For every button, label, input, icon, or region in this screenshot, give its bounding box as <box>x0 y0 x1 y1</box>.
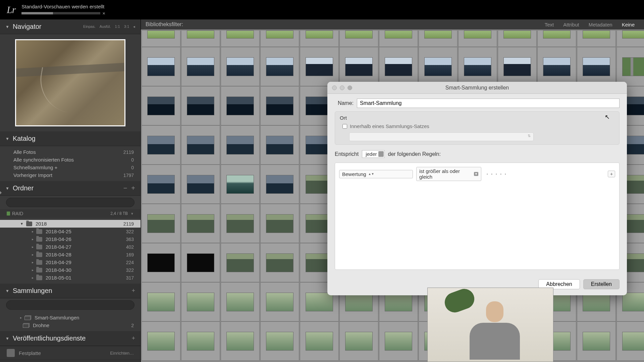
folder-date[interactable]: ▸2018-04-29224 <box>0 258 141 266</box>
thumbnail-cell[interactable] <box>379 47 418 86</box>
navigator-preview[interactable] <box>0 34 141 131</box>
katalog-item[interactable]: Schnellsammlung +0 <box>0 164 141 171</box>
thumbnail-cell[interactable] <box>616 30 644 47</box>
sammlungen-header[interactable]: ▼ Sammlungen + <box>0 284 141 298</box>
thumbnail-cell[interactable] <box>260 165 299 204</box>
thumbnail-cell[interactable] <box>221 86 260 125</box>
thumbnail-cell[interactable] <box>221 125 260 165</box>
navigator-header[interactable]: ▼ Navigator Einpas. Ausfül. 1:1 3:1 ◂ <box>0 19 141 34</box>
thumbnail-cell[interactable] <box>260 86 299 125</box>
katalog-header[interactable]: ▼ Katalog <box>0 131 141 146</box>
thumbnail-cell[interactable] <box>142 125 180 165</box>
thumbnail-cell[interactable] <box>260 243 299 282</box>
thumbnail-cell[interactable] <box>221 30 260 47</box>
ordner-header[interactable]: ▼ Ordner − + <box>0 181 141 196</box>
folder-date[interactable]: ▸2018-04-30322 <box>0 266 141 274</box>
thumbnail-cell[interactable] <box>181 125 220 165</box>
thumbnail-cell[interactable] <box>181 86 220 125</box>
folder-date[interactable]: ▸2018-04-27402 <box>0 243 141 251</box>
thumbnail-cell[interactable] <box>300 30 339 47</box>
navigator-zoom-modes[interactable]: Einpas. Ausfül. 1:1 3:1 ◂ <box>83 24 135 29</box>
add-collection-icon[interactable]: + <box>131 287 135 294</box>
folder-year[interactable]: ▼ 2018 2119 <box>0 220 141 228</box>
thumbnail-cell[interactable] <box>458 30 497 47</box>
name-input[interactable] <box>357 99 620 108</box>
thumbnail-cell[interactable] <box>458 47 497 86</box>
inside-set-checkbox[interactable]: Innerhalb eines Sammlungs-Satzes <box>342 123 614 129</box>
publish-service[interactable]: FestplatteEinrichten… <box>0 346 141 360</box>
filter-text[interactable]: Text <box>540 22 559 27</box>
chevron-down-icon[interactable]: ▼ <box>130 212 134 216</box>
thumbnail-cell[interactable] <box>221 165 260 204</box>
folder-search-input[interactable] <box>6 198 135 207</box>
folder-date[interactable]: ▸2018-04-25322 <box>0 228 141 235</box>
thumbnail-cell[interactable] <box>142 282 180 321</box>
folder-date[interactable]: ▸2018-04-26363 <box>0 235 141 243</box>
thumbnail-cell[interactable] <box>260 282 299 321</box>
thumbnail-cell[interactable] <box>181 47 220 86</box>
folder-date[interactable]: ▸2018-04-28169 <box>0 251 141 258</box>
publish-service[interactable]: Adobe StockEinrichten… <box>0 360 141 362</box>
rating-stars[interactable]: ••••• <box>487 172 506 176</box>
rule-op-select[interactable]: ist größer als oder gleich▼ <box>416 167 481 181</box>
thumbnail-cell[interactable] <box>616 321 644 361</box>
thumbnail-cell[interactable] <box>181 204 220 243</box>
collection-item[interactable]: Drohne2 <box>0 321 141 329</box>
katalog-item[interactable]: Alle synchronisierten Fotos0 <box>0 156 141 164</box>
thumbnail-cell[interactable] <box>142 86 180 125</box>
dialog-titlebar[interactable]: Smart-Sammlung erstellen <box>327 82 627 94</box>
set-select[interactable] <box>349 132 534 141</box>
thumbnail-cell[interactable] <box>221 47 260 86</box>
collection-search-input[interactable] <box>6 300 135 310</box>
thumbnail-cell[interactable] <box>260 321 299 361</box>
thumbnail-cell[interactable] <box>181 282 220 321</box>
thumbnail-cell[interactable] <box>300 321 339 361</box>
publish-header[interactable]: ▼ Veröffentlichungsdienste + <box>0 331 141 346</box>
create-button[interactable]: Erstellen <box>583 279 620 289</box>
thumbnail-cell[interactable] <box>339 30 378 47</box>
add-folder-icon[interactable]: + <box>131 184 135 192</box>
thumbnail-cell[interactable] <box>142 30 180 47</box>
collection-item[interactable]: ▸Smart-Sammlungen <box>0 314 141 321</box>
thumbnail-cell[interactable] <box>142 321 180 361</box>
thumbnail-cell[interactable] <box>260 204 299 243</box>
folder-date[interactable]: ▸2018-05-01317 <box>0 274 141 282</box>
thumbnail-cell[interactable] <box>419 47 458 86</box>
add-rule-button[interactable]: + <box>608 171 615 177</box>
thumbnail-cell[interactable] <box>498 47 537 86</box>
thumbnail-cell[interactable] <box>142 165 180 204</box>
filter-metadaten[interactable]: Metadaten <box>584 22 617 27</box>
thumbnail-cell[interactable] <box>498 30 537 47</box>
match-select[interactable]: jeder <box>362 150 384 158</box>
thumbnail-cell[interactable] <box>142 47 180 86</box>
thumbnail-cell[interactable] <box>379 30 418 47</box>
thumbnail-cell[interactable] <box>221 243 260 282</box>
rule-field-select[interactable]: Bewertung▲▼ <box>339 170 413 178</box>
thumbnail-cell[interactable] <box>577 321 616 361</box>
thumbnail-cell[interactable] <box>379 321 418 361</box>
remove-folder-icon[interactable]: − <box>123 184 127 192</box>
volume-header[interactable]: RAID 2,4 / 8 TB ▼ <box>0 209 141 218</box>
thumbnail-cell[interactable] <box>537 30 576 47</box>
thumbnail-cell[interactable] <box>419 30 458 47</box>
thumbnail-cell[interactable] <box>616 47 644 86</box>
chevron-icon[interactable]: ◂ <box>133 24 135 29</box>
add-publish-icon[interactable]: + <box>131 335 135 342</box>
thumbnail-cell[interactable] <box>577 30 616 47</box>
thumbnail-cell[interactable] <box>339 47 378 86</box>
thumbnail-cell[interactable] <box>181 243 220 282</box>
thumbnail-cell[interactable] <box>142 204 180 243</box>
progress-cancel-icon[interactable]: ✕ <box>102 11 105 16</box>
thumbnail-cell[interactable] <box>339 321 378 361</box>
thumbnail-cell[interactable] <box>577 47 616 86</box>
thumbnail-cell[interactable] <box>181 165 220 204</box>
thumbnail-cell[interactable] <box>181 30 220 47</box>
filter-keine[interactable]: Keine <box>617 22 639 27</box>
thumbnail-cell[interactable] <box>221 321 260 361</box>
thumbnail-cell[interactable] <box>142 243 180 282</box>
thumbnail-cell[interactable] <box>260 125 299 165</box>
thumbnail-cell[interactable] <box>221 204 260 243</box>
katalog-item[interactable]: Vorheriger Import1797 <box>0 171 141 179</box>
thumbnail-cell[interactable] <box>537 47 576 86</box>
filter-attribut[interactable]: Attribut <box>558 22 584 27</box>
